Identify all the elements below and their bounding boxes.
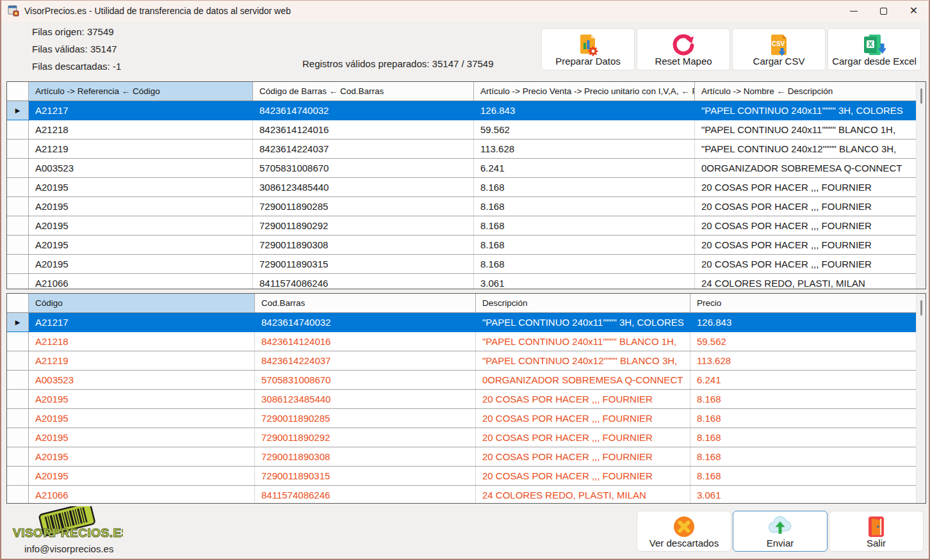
table-cell[interactable]: 24 COLORES REDO, PLASTI, MILAN bbox=[695, 274, 917, 289]
table-row[interactable]: A20195729001189029220 COSAS POR HACER ,,… bbox=[7, 428, 926, 447]
table-cell[interactable]: A20195 bbox=[29, 255, 253, 273]
column-header[interactable]: Código de Barras ← Cod.Barras bbox=[253, 82, 474, 100]
table-cell[interactable]: 8.168 bbox=[690, 390, 917, 408]
table-cell[interactable]: A21217 bbox=[29, 101, 253, 120]
table-cell[interactable]: A21217 bbox=[29, 313, 255, 332]
cargar-csv-button[interactable]: CSV Cargar CSV bbox=[732, 28, 826, 70]
row-header[interactable] bbox=[7, 178, 29, 196]
table-row[interactable]: ▶A212178423614740032126.843"PAPEL CONTIN… bbox=[7, 101, 926, 120]
row-header[interactable] bbox=[7, 332, 29, 351]
table-cell[interactable]: A003523 bbox=[29, 371, 255, 389]
table-cell[interactable]: 8423614740032 bbox=[253, 101, 474, 120]
table-cell[interactable]: 8423614740032 bbox=[255, 313, 476, 332]
table-cell[interactable]: 20 COSAS POR HACER ,,, FOURNIER bbox=[476, 467, 690, 485]
table-cell[interactable]: 20 COSAS POR HACER ,,, FOURNIER bbox=[476, 409, 690, 428]
table-row[interactable]: A2106684115740862463.06124 COLORES REDO,… bbox=[7, 274, 926, 289]
table-cell[interactable]: 20 COSAS POR HACER ,,, FOURNIER bbox=[695, 236, 917, 254]
row-header[interactable] bbox=[7, 274, 29, 289]
table-cell[interactable]: "PAPEL CONTINUO 240x11"""" BLANCO 1H, bbox=[695, 120, 917, 139]
table-row[interactable]: A20195729001189031520 COSAS POR HACER ,,… bbox=[7, 467, 926, 486]
row-header[interactable] bbox=[7, 371, 29, 389]
table-cell[interactable]: 126.843 bbox=[474, 101, 695, 120]
table-cell[interactable]: 8411574086246 bbox=[255, 486, 476, 504]
row-header-current[interactable]: ▶ bbox=[7, 313, 29, 332]
row-header[interactable] bbox=[7, 197, 29, 216]
table-row[interactable]: A00352357058310086700ORGANIZADOR SOBREME… bbox=[7, 371, 926, 390]
row-header[interactable] bbox=[7, 390, 29, 408]
row-header[interactable] bbox=[7, 120, 29, 139]
table-row[interactable]: A21066841157408624624 COLORES REDO, PLAS… bbox=[7, 486, 926, 504]
grid-corner[interactable] bbox=[7, 294, 29, 312]
table-cell[interactable]: A21219 bbox=[29, 351, 255, 370]
column-header[interactable]: Código bbox=[29, 294, 255, 312]
table-cell[interactable]: 5705831008670 bbox=[253, 159, 474, 177]
table-row[interactable]: A2019530861234854408.16820 COSAS POR HAC… bbox=[7, 178, 926, 197]
row-header[interactable] bbox=[7, 140, 29, 158]
table-cell[interactable]: 20 COSAS POR HACER ,,, FOURNIER bbox=[695, 178, 917, 196]
table-row[interactable]: A20195729001189030820 COSAS POR HACER ,,… bbox=[7, 447, 926, 467]
table-cell[interactable]: A21066 bbox=[29, 486, 255, 504]
table-cell[interactable]: 0ORGANIZADOR SOBREMESA Q-CONNECT bbox=[695, 159, 917, 177]
table-cell[interactable]: 8423614124016 bbox=[253, 120, 474, 139]
table-cell[interactable]: 20 COSAS POR HACER ,,, FOURNIER bbox=[476, 390, 690, 408]
table-cell[interactable]: 8.168 bbox=[474, 255, 695, 273]
table-cell[interactable]: 3086123485440 bbox=[255, 390, 476, 408]
table-cell[interactable]: 8.168 bbox=[690, 447, 917, 466]
table-cell[interactable]: "PAPEL CONTINUO 240x11"""" 3H, COLORES bbox=[476, 313, 690, 332]
cargar-excel-button[interactable]: X Cargar desde Excel bbox=[828, 28, 921, 70]
title-bar[interactable]: VisorPrecios.es - Utilidad de transferen… bbox=[1, 1, 929, 21]
table-cell[interactable]: 8.168 bbox=[474, 197, 695, 216]
table-cell[interactable]: 8.168 bbox=[474, 178, 695, 196]
table-cell[interactable]: A20195 bbox=[29, 390, 255, 408]
table-cell[interactable]: 7290011890308 bbox=[253, 236, 474, 254]
table-cell[interactable]: 0ORGANIZADOR SOBREMESA Q-CONNECT bbox=[476, 371, 690, 389]
salir-button[interactable]: Salir bbox=[829, 511, 924, 552]
table-row[interactable]: A00352357058310086706.2410ORGANIZADOR SO… bbox=[7, 159, 926, 178]
table-row[interactable]: A212198423614224037"PAPEL CONTINUO 240x1… bbox=[7, 351, 926, 371]
table-cell[interactable]: 7290011890292 bbox=[253, 216, 474, 235]
table-cell[interactable]: 8.168 bbox=[690, 409, 917, 428]
table-cell[interactable]: 8.168 bbox=[474, 236, 695, 254]
column-header[interactable]: Descripción bbox=[476, 294, 690, 312]
enviar-button[interactable]: Enviar bbox=[733, 511, 828, 552]
table-cell[interactable]: A20195 bbox=[29, 197, 253, 216]
table-cell[interactable]: 7290011890315 bbox=[255, 467, 476, 485]
table-cell[interactable]: 3086123485440 bbox=[253, 178, 474, 196]
source-data-grid[interactable]: CódigoCod.BarrasDescripciónPrecio▶A21217… bbox=[6, 293, 926, 504]
table-cell[interactable]: 5705831008670 bbox=[255, 371, 476, 389]
table-cell[interactable]: 8.168 bbox=[690, 428, 917, 447]
table-row[interactable]: A20195729001189028520 COSAS POR HACER ,,… bbox=[7, 409, 926, 428]
table-cell[interactable]: 59.562 bbox=[690, 332, 917, 351]
table-row[interactable]: A20195308612348544020 COSAS POR HACER ,,… bbox=[7, 390, 926, 409]
row-header-current[interactable]: ▶ bbox=[7, 101, 29, 120]
table-cell[interactable]: 59.562 bbox=[474, 120, 695, 139]
row-header[interactable] bbox=[7, 236, 29, 254]
reset-mapeo-button[interactable]: Reset Mapeo bbox=[637, 28, 730, 70]
row-header[interactable] bbox=[7, 159, 29, 177]
table-cell[interactable]: 7290011890285 bbox=[255, 409, 476, 428]
preparar-datos-button[interactable]: Preparar Datos bbox=[541, 28, 635, 70]
table-cell[interactable]: "PAPEL CONTINUO 240x11"""" BLANCO 1H, bbox=[476, 332, 690, 351]
table-cell[interactable]: 20 COSAS POR HACER ,,, FOURNIER bbox=[695, 255, 917, 273]
table-cell[interactable]: 20 COSAS POR HACER ,,, FOURNIER bbox=[695, 197, 917, 216]
table-cell[interactable]: "PAPEL CONTINUO 240x12"""" BLANCO 3H, bbox=[695, 140, 917, 158]
table-cell[interactable]: A21218 bbox=[29, 120, 253, 139]
row-header[interactable] bbox=[7, 351, 29, 370]
row-header[interactable] bbox=[7, 428, 29, 447]
column-header[interactable]: Precio bbox=[690, 294, 917, 312]
column-header[interactable]: Cod.Barras bbox=[255, 294, 476, 312]
table-row[interactable]: A2019572900118902928.16820 COSAS POR HAC… bbox=[7, 216, 926, 236]
table-cell[interactable]: 8423614124016 bbox=[255, 332, 476, 351]
table-cell[interactable]: A21218 bbox=[29, 332, 255, 351]
table-cell[interactable]: 113.628 bbox=[474, 140, 695, 158]
maximize-button[interactable] bbox=[869, 1, 899, 21]
table-cell[interactable]: A21219 bbox=[29, 140, 253, 158]
table-cell[interactable]: 7290011890285 bbox=[253, 197, 474, 216]
table-cell[interactable]: "PAPEL CONTINUO 240x12"""" BLANCO 3H, bbox=[476, 351, 690, 370]
table-cell[interactable]: 113.628 bbox=[690, 351, 917, 370]
ver-descartados-button[interactable]: Ver descartados bbox=[637, 511, 731, 552]
vertical-scrollbar[interactable] bbox=[916, 82, 926, 289]
table-cell[interactable]: 8423614224037 bbox=[255, 351, 476, 370]
scrollbar-thumb[interactable] bbox=[920, 300, 922, 316]
row-header[interactable] bbox=[7, 447, 29, 466]
